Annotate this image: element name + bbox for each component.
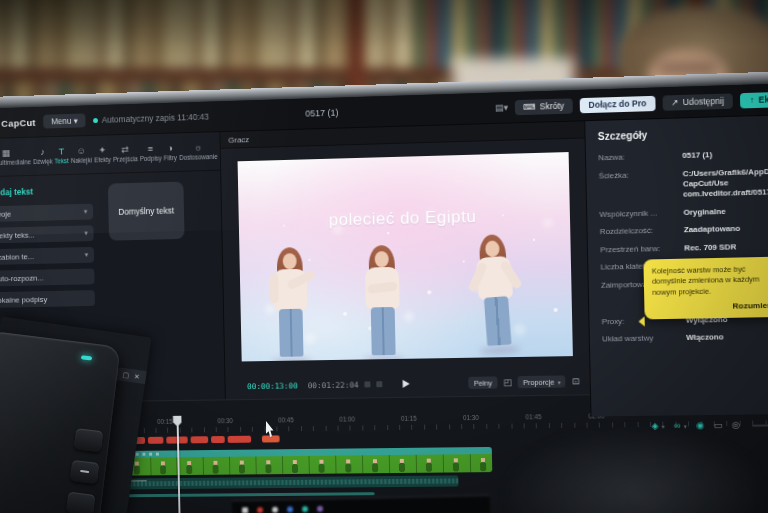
video-preview[interactable]: polecieć do Egiptu: [237, 152, 572, 361]
menu-button[interactable]: Menu ▾: [43, 114, 85, 129]
fullscreen-icon[interactable]: ⊡: [572, 376, 580, 386]
girl-pose-left: [265, 247, 317, 361]
ribbon-tabs: ▦Pliki multimedialne ♪Dźwięk TTekst ☺Nak…: [0, 132, 220, 177]
video-caption-text: polecieć do Egiptu: [238, 205, 569, 233]
taskbar-app-icon[interactable]: [317, 505, 323, 511]
join-pro-button[interactable]: Dołącz do Pro: [579, 95, 656, 113]
graphics-tablet: [0, 331, 121, 513]
sparkle-overlay: [247, 165, 249, 167]
frame-step-icon[interactable]: [377, 381, 383, 387]
maximize-icon[interactable]: ▢: [122, 371, 130, 379]
keyboard-icon: ⌨: [523, 102, 536, 112]
audio-clip[interactable]: [99, 475, 459, 489]
girl-pose-right: [466, 233, 525, 353]
adjust-icon: ☼: [194, 142, 203, 152]
tablet-express-key: [70, 460, 99, 484]
greenscreen-thumbnails: [98, 454, 492, 476]
caret-down-icon: ▾: [684, 422, 687, 429]
details-panel: Szczegóły Nazwa:0517 (1) Ścieżka: C:/Use…: [585, 114, 768, 416]
caret-down-icon: ▾: [84, 229, 88, 237]
text-presets-area: Domyślny tekst: [98, 171, 223, 314]
current-timecode: 00:00:13:00: [247, 381, 298, 391]
ratio-button[interactable]: Proporcje▾: [518, 375, 566, 388]
player-panel: Gracz polecieć do Egiptu: [220, 121, 591, 399]
shortcuts-button[interactable]: ⌨Skróty: [515, 98, 572, 115]
caret-down-icon: ▾: [662, 422, 665, 429]
photo-of-workstation: CapCut Menu ▾ Automatyczny zapis 11:40:4…: [0, 0, 768, 513]
default-text-card[interactable]: Domyślny tekst: [108, 182, 185, 241]
timeline-toggles: ◈▾ ∞▾ ◉ ▭ ◎: [651, 420, 740, 431]
tooltip-text: Kolejność warstw może być domyślnie zmie…: [652, 264, 768, 298]
taskbar-app-icon[interactable]: [287, 506, 293, 512]
detail-row-resolution: Rozdzielczość:Zaadaptowano: [600, 222, 768, 237]
filters-icon: ◑: [167, 143, 173, 153]
share-button[interactable]: ↗Udostępnij: [663, 93, 733, 110]
ribbon-tab-filters[interactable]: ◑Filtry: [163, 143, 177, 162]
clapper-icon[interactable]: ▭: [713, 420, 722, 430]
video-clip[interactable]: [98, 447, 492, 476]
transitions-icon: ⇄: [121, 144, 129, 154]
play-button[interactable]: [402, 380, 409, 388]
record-icon[interactable]: ◎: [731, 420, 739, 430]
layout-switch-button[interactable]: ▤▾: [495, 102, 508, 112]
taskbar-app-icon[interactable]: [272, 506, 278, 512]
mask-safe-zone-icon[interactable]: ◰: [503, 377, 512, 387]
detail-row-colorspace: Przestrzeń barw:Rec. 709 SDR: [600, 240, 768, 255]
detail-row-ratio: Współczynnik ...Oryginalne: [599, 204, 768, 219]
link-clips-icon[interactable]: ∞: [674, 420, 681, 430]
sidebar-item-auto-captions[interactable]: Auto-rozpozn...: [0, 269, 95, 287]
caret-down-icon: ▾: [558, 378, 561, 385]
ribbon-tab-captions[interactable]: ≡Podpisy: [140, 143, 162, 162]
caret-down-icon: ▾: [84, 208, 88, 216]
layout-icon: ▤: [495, 103, 504, 113]
detail-row-path: Ścieżka: C:/Users/Grafik6/AppData/Local/…: [599, 165, 768, 201]
start-grid-icon[interactable]: [242, 507, 248, 513]
tablet-express-key: [74, 428, 103, 452]
sidebar-item-text-templates[interactable]: Szablon te...▾: [0, 247, 94, 265]
effects-icon: ✦: [98, 145, 106, 155]
ribbon-tab-adjust[interactable]: ☼Dostosowanie: [179, 142, 218, 161]
ribbon-tab-stickers[interactable]: ☺Naklejki: [71, 145, 93, 164]
ribbon-tab-text[interactable]: TTekst: [54, 146, 68, 165]
ribbon-tab-audio[interactable]: ♪Dźwięk: [33, 147, 53, 166]
capcut-logo: CapCut: [1, 117, 36, 129]
autosave-status: Automatyczny zapis 11:40:43: [93, 112, 209, 125]
frame-step-icon[interactable]: [365, 381, 371, 387]
audio-icon: ♪: [40, 147, 45, 156]
captions-icon: ≡: [148, 144, 154, 154]
timeline-zoom-slider[interactable]: [752, 424, 768, 427]
layer-order-tooltip: Kolejność warstw może być domyślnie zmie…: [643, 257, 768, 320]
export-icon: ↑: [750, 95, 755, 105]
caret-down-icon: ▾: [74, 116, 78, 126]
magnet-snap-icon[interactable]: ◈: [651, 421, 658, 431]
detail-row-name: Nazwa:0517 (1): [598, 147, 768, 163]
ribbon-tab-effects[interactable]: ✦Efekty: [94, 145, 111, 164]
tooltip-confirm-button[interactable]: Rozumiem: [653, 301, 768, 312]
tablet-express-key: [66, 492, 95, 513]
duration-timecode: 00:01:22:04: [308, 380, 359, 390]
sidebar-item-text-effects[interactable]: Efekty teks...▾: [0, 225, 94, 243]
sticker-icon: ☺: [76, 146, 86, 156]
export-button[interactable]: ↑Eksportuj: [739, 90, 768, 107]
player-stage: polecieć do Egiptu: [221, 138, 590, 373]
person-eyes: [658, 64, 716, 72]
caret-down-icon: ▾: [85, 251, 89, 259]
caret-down-icon: ▾: [503, 102, 508, 112]
detail-row-layer-order: Układ warstwyWłączono: [602, 331, 768, 345]
ribbon-tab-media[interactable]: ▦Pliki multimedialne: [0, 147, 31, 166]
details-header: Szczegóły: [598, 125, 768, 142]
tablet-led: [81, 355, 92, 360]
share-icon: ↗: [671, 97, 679, 107]
text-sidebar: Dodaj tekst Twoje▾ Efekty teks...▾ Szabl…: [0, 174, 101, 316]
sidebar-item-add-text[interactable]: Dodaj tekst: [0, 182, 93, 201]
text-icon: T: [59, 146, 65, 155]
taskbar-app-icon[interactable]: [302, 506, 308, 512]
taskbar-app-icon[interactable]: [257, 507, 263, 513]
auto-preview-icon[interactable]: ◉: [696, 420, 704, 430]
preview-quality-button[interactable]: Pełny: [469, 376, 498, 388]
ribbon-tab-transitions[interactable]: ⇄Przejścia: [113, 144, 138, 163]
close-icon[interactable]: ✕: [134, 373, 141, 381]
girl-pose-center: [357, 245, 409, 361]
sidebar-item-local-captions[interactable]: Lokalne podpisy: [0, 290, 95, 308]
sidebar-item-yours[interactable]: Twoje▾: [0, 204, 93, 222]
